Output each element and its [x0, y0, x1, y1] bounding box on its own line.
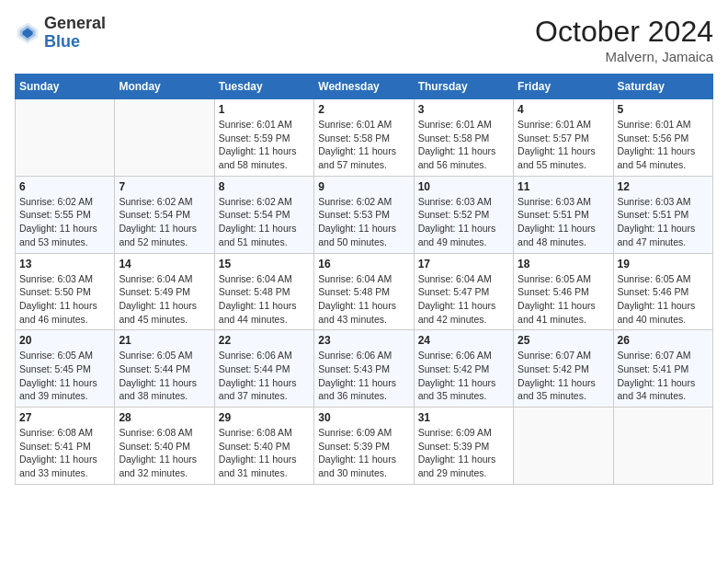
calendar-cell: 31Sunrise: 6:09 AM Sunset: 5:39 PM Dayli…	[414, 408, 513, 485]
day-number: 2	[318, 103, 409, 116]
day-number: 15	[219, 258, 310, 270]
calendar-cell: 5Sunrise: 6:01 AM Sunset: 5:56 PM Daylig…	[613, 99, 712, 177]
day-detail: Sunrise: 6:03 AM Sunset: 5:50 PM Dayligh…	[19, 272, 110, 327]
day-detail: Sunrise: 6:04 AM Sunset: 5:47 PM Dayligh…	[418, 272, 509, 327]
weekday-header-thursday: Thursday	[414, 75, 513, 99]
day-number: 16	[318, 258, 409, 270]
calendar-cell: 7Sunrise: 6:02 AM Sunset: 5:54 PM Daylig…	[115, 176, 214, 253]
day-detail: Sunrise: 6:01 AM Sunset: 5:56 PM Dayligh…	[618, 118, 709, 172]
day-detail: Sunrise: 6:07 AM Sunset: 5:42 PM Dayligh…	[518, 349, 609, 403]
calendar-cell: 27Sunrise: 6:08 AM Sunset: 5:41 PM Dayli…	[16, 408, 115, 485]
calendar-cell: 4Sunrise: 6:01 AM Sunset: 5:57 PM Daylig…	[514, 99, 613, 177]
calendar-cell: 15Sunrise: 6:04 AM Sunset: 5:48 PM Dayli…	[214, 253, 313, 330]
calendar-week-5: 27Sunrise: 6:08 AM Sunset: 5:41 PM Dayli…	[16, 408, 713, 485]
day-number: 6	[19, 180, 110, 193]
day-detail: Sunrise: 6:03 AM Sunset: 5:51 PM Dayligh…	[618, 195, 709, 249]
day-number: 12	[618, 180, 709, 193]
day-number: 23	[318, 334, 409, 347]
calendar-cell: 24Sunrise: 6:06 AM Sunset: 5:42 PM Dayli…	[414, 330, 513, 408]
calendar-cell: 23Sunrise: 6:06 AM Sunset: 5:43 PM Dayli…	[314, 330, 414, 408]
day-number: 31	[418, 411, 509, 424]
day-detail: Sunrise: 6:01 AM Sunset: 5:59 PM Dayligh…	[219, 118, 310, 172]
logo-icon	[15, 20, 40, 46]
calendar-cell: 12Sunrise: 6:03 AM Sunset: 5:51 PM Dayli…	[613, 176, 712, 253]
day-number: 3	[418, 103, 509, 116]
day-number: 14	[119, 258, 210, 270]
calendar-cell: 30Sunrise: 6:09 AM Sunset: 5:39 PM Dayli…	[314, 408, 414, 485]
calendar-cell: 19Sunrise: 6:05 AM Sunset: 5:46 PM Dayli…	[613, 253, 712, 330]
calendar-cell: 17Sunrise: 6:04 AM Sunset: 5:47 PM Dayli…	[414, 253, 513, 330]
day-detail: Sunrise: 6:08 AM Sunset: 5:40 PM Dayligh…	[119, 426, 210, 480]
calendar-cell: 14Sunrise: 6:04 AM Sunset: 5:49 PM Dayli…	[115, 253, 214, 330]
calendar-cell: 28Sunrise: 6:08 AM Sunset: 5:40 PM Dayli…	[115, 408, 214, 485]
day-number: 24	[418, 334, 509, 347]
calendar-cell: 20Sunrise: 6:05 AM Sunset: 5:45 PM Dayli…	[16, 330, 115, 408]
calendar-cell: 3Sunrise: 6:01 AM Sunset: 5:58 PM Daylig…	[414, 99, 513, 177]
calendar-cell: 22Sunrise: 6:06 AM Sunset: 5:44 PM Dayli…	[214, 330, 313, 408]
day-number: 5	[618, 103, 709, 116]
day-detail: Sunrise: 6:06 AM Sunset: 5:44 PM Dayligh…	[219, 349, 310, 403]
location: Malvern, Jamaica	[535, 49, 713, 64]
calendar-cell: 11Sunrise: 6:03 AM Sunset: 5:51 PM Dayli…	[514, 176, 613, 253]
calendar-cell: 2Sunrise: 6:01 AM Sunset: 5:58 PM Daylig…	[314, 99, 414, 177]
calendar-cell: 6Sunrise: 6:02 AM Sunset: 5:55 PM Daylig…	[16, 176, 115, 253]
calendar-cell	[115, 99, 214, 177]
calendar-cell: 26Sunrise: 6:07 AM Sunset: 5:41 PM Dayli…	[613, 330, 712, 408]
logo-text: General Blue	[44, 15, 106, 52]
calendar-cell: 9Sunrise: 6:02 AM Sunset: 5:53 PM Daylig…	[314, 176, 414, 253]
day-detail: Sunrise: 6:02 AM Sunset: 5:53 PM Dayligh…	[318, 195, 409, 249]
day-detail: Sunrise: 6:04 AM Sunset: 5:48 PM Dayligh…	[219, 272, 310, 327]
day-number: 25	[518, 334, 609, 347]
day-detail: Sunrise: 6:06 AM Sunset: 5:43 PM Dayligh…	[318, 349, 409, 403]
calendar-cell: 8Sunrise: 6:02 AM Sunset: 5:54 PM Daylig…	[214, 176, 313, 253]
page-header: General Blue October 2024 Malvern, Jamai…	[15, 15, 713, 64]
day-detail: Sunrise: 6:09 AM Sunset: 5:39 PM Dayligh…	[318, 426, 409, 480]
calendar-cell: 16Sunrise: 6:04 AM Sunset: 5:48 PM Dayli…	[314, 253, 414, 330]
weekday-header-wednesday: Wednesday	[314, 75, 414, 99]
weekday-header-monday: Monday	[115, 75, 214, 99]
day-detail: Sunrise: 6:08 AM Sunset: 5:40 PM Dayligh…	[219, 426, 310, 480]
day-number: 18	[518, 258, 609, 270]
day-number: 13	[19, 258, 110, 270]
day-detail: Sunrise: 6:02 AM Sunset: 5:54 PM Dayligh…	[219, 195, 310, 249]
calendar-week-3: 13Sunrise: 6:03 AM Sunset: 5:50 PM Dayli…	[16, 253, 713, 330]
day-number: 22	[219, 334, 310, 347]
calendar-week-1: 1Sunrise: 6:01 AM Sunset: 5:59 PM Daylig…	[16, 99, 713, 177]
calendar-cell	[514, 408, 613, 485]
day-number: 11	[518, 180, 609, 193]
day-number: 29	[219, 411, 310, 424]
day-number: 26	[618, 334, 709, 347]
day-number: 1	[219, 103, 310, 116]
day-detail: Sunrise: 6:05 AM Sunset: 5:45 PM Dayligh…	[19, 349, 110, 403]
title-block: October 2024 Malvern, Jamaica	[535, 15, 713, 64]
day-detail: Sunrise: 6:08 AM Sunset: 5:41 PM Dayligh…	[19, 426, 110, 480]
calendar-body: 1Sunrise: 6:01 AM Sunset: 5:59 PM Daylig…	[16, 99, 713, 485]
calendar-week-4: 20Sunrise: 6:05 AM Sunset: 5:45 PM Dayli…	[16, 330, 713, 408]
day-detail: Sunrise: 6:03 AM Sunset: 5:52 PM Dayligh…	[418, 195, 509, 249]
calendar-cell: 18Sunrise: 6:05 AM Sunset: 5:46 PM Dayli…	[514, 253, 613, 330]
day-detail: Sunrise: 6:05 AM Sunset: 5:46 PM Dayligh…	[518, 272, 609, 327]
day-number: 7	[119, 180, 210, 193]
day-detail: Sunrise: 6:02 AM Sunset: 5:55 PM Dayligh…	[19, 195, 110, 249]
calendar-cell: 13Sunrise: 6:03 AM Sunset: 5:50 PM Dayli…	[16, 253, 115, 330]
calendar-week-2: 6Sunrise: 6:02 AM Sunset: 5:55 PM Daylig…	[16, 176, 713, 253]
day-detail: Sunrise: 6:05 AM Sunset: 5:46 PM Dayligh…	[618, 272, 709, 327]
day-number: 19	[618, 258, 709, 270]
logo: General Blue	[15, 15, 106, 52]
calendar-header-row: SundayMondayTuesdayWednesdayThursdayFrid…	[16, 75, 713, 99]
day-number: 30	[318, 411, 409, 424]
weekday-header-friday: Friday	[514, 75, 613, 99]
calendar-cell: 1Sunrise: 6:01 AM Sunset: 5:59 PM Daylig…	[214, 99, 313, 177]
calendar-cell: 25Sunrise: 6:07 AM Sunset: 5:42 PM Dayli…	[514, 330, 613, 408]
month-title: October 2024	[535, 15, 713, 49]
day-number: 28	[119, 411, 210, 424]
day-detail: Sunrise: 6:09 AM Sunset: 5:39 PM Dayligh…	[418, 426, 509, 480]
day-number: 20	[19, 334, 110, 347]
day-detail: Sunrise: 6:03 AM Sunset: 5:51 PM Dayligh…	[518, 195, 609, 249]
day-detail: Sunrise: 6:01 AM Sunset: 5:58 PM Dayligh…	[318, 118, 409, 172]
weekday-header-sunday: Sunday	[16, 75, 115, 99]
day-detail: Sunrise: 6:05 AM Sunset: 5:44 PM Dayligh…	[119, 349, 210, 403]
day-number: 10	[418, 180, 509, 193]
calendar-cell: 10Sunrise: 6:03 AM Sunset: 5:52 PM Dayli…	[414, 176, 513, 253]
weekday-header-saturday: Saturday	[613, 75, 712, 99]
